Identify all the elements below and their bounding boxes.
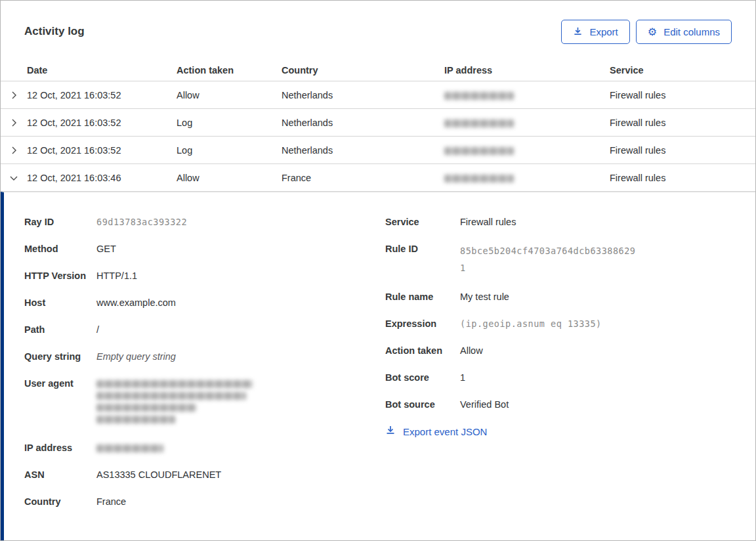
activity-log-page: Activity log Export ⚙ Edit columns Date … (0, 0, 756, 541)
detail-field-rule-id: Rule ID 85bce5b204cf4703a764dcb633886291 (385, 242, 732, 276)
event-detail-panel: Ray ID 69d13783ac393322 Method GET HTTP … (1, 192, 755, 540)
detail-field-rule-name: Rule name My test rule (385, 290, 732, 303)
detail-field-ray-id: Ray ID 69d13783ac393322 (24, 215, 385, 228)
row-country: Netherlands (282, 90, 444, 100)
row-country: Netherlands (282, 145, 444, 156)
detail-field-bot-source: Bot source Verified Bot (385, 398, 732, 411)
http-version-value: HTTP/1.1 (96, 269, 137, 282)
bot-score-value: 1 (460, 371, 465, 384)
row-ip-redacted (444, 173, 610, 183)
asn-value: AS13335 CLOUDFLARENET (96, 468, 221, 481)
expand-row-button[interactable] (1, 109, 27, 136)
header: Activity log Export ⚙ Edit columns (1, 1, 755, 44)
table-row: 12 Oct, 2021 16:03:52 Log Netherlands Fi… (1, 109, 755, 137)
gear-icon: ⚙ (648, 27, 657, 37)
row-country: Netherlands (282, 118, 444, 128)
collapse-row-button[interactable] (1, 164, 27, 191)
host-value: www.example.com (96, 296, 176, 309)
chevron-right-icon (9, 118, 18, 127)
table-row: 12 Oct, 2021 16:03:52 Log Netherlands Fi… (1, 137, 755, 164)
download-icon (573, 26, 583, 37)
detail-field-action-taken: Action taken Allow (385, 344, 732, 357)
detail-field-method: Method GET (24, 242, 385, 255)
query-string-value: Empty query string (96, 350, 176, 363)
row-country: France (282, 173, 444, 183)
row-action-taken: Allow (177, 90, 282, 100)
detail-field-host: Host www.example.com (24, 296, 385, 309)
row-ip-redacted (444, 118, 610, 128)
export-event-json-label: Export event JSON (403, 425, 487, 439)
country-value: France (96, 495, 126, 508)
detail-field-country: Country France (24, 495, 385, 508)
edit-columns-button-label: Edit columns (663, 27, 720, 37)
chevron-right-icon (9, 91, 18, 100)
rule-id-value: 85bce5b204cf4703a764dcb633886291 (460, 242, 637, 276)
expand-row-button[interactable] (1, 81, 27, 108)
detail-field-http-version: HTTP Version HTTP/1.1 (24, 269, 385, 282)
row-service: Firewall rules (610, 173, 755, 183)
row-action-taken: Allow (177, 173, 282, 183)
detail-column-left: Ray ID 69d13783ac393322 Method GET HTTP … (24, 215, 385, 540)
ip-address-value-redacted (96, 441, 163, 454)
chevron-down-icon (9, 173, 18, 183)
expression-value: (ip.geoip.asnum eq 13335) (460, 317, 602, 330)
path-value: / (96, 323, 99, 336)
detail-field-asn: ASN AS13335 CLOUDFLARENET (24, 468, 385, 481)
table-row-expanded: 12 Oct, 2021 16:03:46 Allow France Firew… (1, 164, 755, 192)
rule-name-value: My test rule (460, 290, 509, 303)
row-action-taken: Log (177, 145, 282, 156)
export-button[interactable]: Export (561, 20, 629, 44)
detail-field-path: Path / (24, 323, 385, 336)
page-title: Activity log (24, 20, 85, 38)
table-row: 12 Oct, 2021 16:03:52 Allow Netherlands … (1, 81, 755, 109)
method-value: GET (96, 242, 116, 255)
row-date: 12 Oct, 2021 16:03:46 (27, 173, 177, 183)
column-header-service: Service (610, 65, 755, 76)
ray-id-value: 69d13783ac393322 (96, 215, 187, 228)
detail-field-query-string: Query string Empty query string (24, 350, 385, 363)
export-event-json-row: Export event JSON (385, 425, 732, 439)
detail-field-bot-score: Bot score 1 (385, 371, 732, 384)
detail-field-ip-address: IP address (24, 441, 385, 454)
export-button-label: Export (589, 27, 618, 37)
row-date: 12 Oct, 2021 16:03:52 (27, 145, 177, 156)
row-ip-redacted (444, 145, 610, 156)
column-header-country: Country (282, 65, 444, 76)
service-value: Firewall rules (460, 215, 516, 228)
user-agent-value-redacted (96, 377, 253, 427)
chevron-right-icon (9, 146, 18, 155)
download-icon (385, 425, 396, 439)
row-ip-redacted (444, 90, 610, 100)
toolbar: Export ⚙ Edit columns (561, 20, 732, 44)
expand-row-button[interactable] (1, 137, 27, 163)
action-taken-value: Allow (460, 344, 483, 357)
detail-field-service: Service Firewall rules (385, 215, 732, 228)
detail-field-expression: Expression (ip.geoip.asnum eq 13335) (385, 317, 732, 330)
row-date: 12 Oct, 2021 16:03:52 (27, 90, 177, 100)
bot-source-value: Verified Bot (460, 398, 509, 411)
column-header-ip-address: IP address (444, 65, 610, 76)
detail-field-user-agent: User agent (24, 377, 385, 427)
row-service: Firewall rules (610, 90, 755, 100)
row-service: Firewall rules (610, 145, 755, 156)
row-action-taken: Log (177, 118, 282, 128)
column-header-action-taken: Action taken (177, 65, 282, 76)
column-header-date: Date (27, 65, 177, 76)
edit-columns-button[interactable]: ⚙ Edit columns (636, 20, 732, 44)
row-service: Firewall rules (610, 118, 755, 128)
row-date: 12 Oct, 2021 16:03:52 (27, 118, 177, 128)
table-header-row: Date Action taken Country IP address Ser… (1, 60, 755, 81)
export-event-json-link[interactable]: Export event JSON (385, 425, 487, 439)
detail-column-right: Service Firewall rules Rule ID 85bce5b20… (385, 215, 732, 540)
